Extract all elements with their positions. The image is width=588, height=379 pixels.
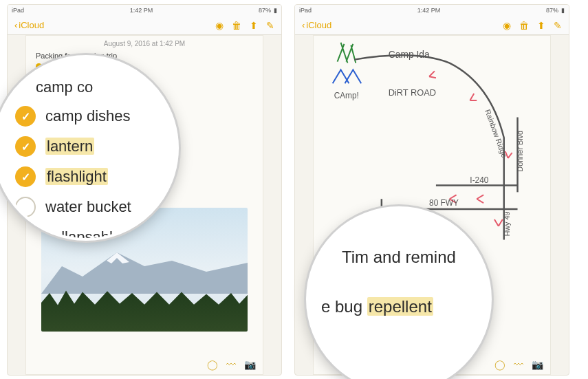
chevron-left-icon: ‹: [302, 20, 305, 30]
battery-icon: ▮: [561, 7, 565, 14]
share-icon[interactable]: ⬆: [537, 20, 545, 31]
back-label: iCloud: [19, 20, 44, 30]
status-time: 1:42 PM: [130, 7, 153, 14]
list-item[interactable]: camp co: [36, 78, 164, 96]
camera-icon[interactable]: 📷: [244, 359, 256, 370]
back-button[interactable]: ‹ iCloud: [302, 20, 331, 30]
map-label: 80 FWY: [429, 198, 459, 208]
magnifier-left: camp co camp dishes lantern flashlight w…: [0, 55, 179, 241]
sketch-icon[interactable]: ◯: [207, 359, 218, 370]
note-toolbar: ◯ 〰 📷: [207, 359, 256, 370]
svg-marker-0: [41, 252, 248, 294]
nav-bar: ‹ iCloud ◉ 🗑 ⬆ ✎: [8, 16, 281, 35]
status-bar: iPad 1:42 PM 87% ▮: [295, 5, 569, 16]
map-label: Donner Blvd: [516, 131, 524, 172]
map-label: Hwy 49: [503, 211, 511, 236]
status-time: 1:42 PM: [417, 7, 441, 14]
sketch-icon[interactable]: ◯: [494, 359, 505, 370]
mountain-shape: [41, 246, 248, 294]
compose-icon[interactable]: ✎: [554, 20, 562, 31]
status-device: iPad: [299, 7, 312, 14]
status-battery: 87%: [546, 7, 558, 14]
magnified-text-line: Tim and remind: [342, 248, 489, 267]
checkbox-checked-icon[interactable]: [15, 106, 36, 127]
people-icon[interactable]: ◉: [215, 20, 224, 31]
back-button[interactable]: ‹ iCloud: [14, 20, 44, 30]
status-device: iPad: [12, 7, 24, 14]
list-item[interactable]: camp dishes: [15, 106, 164, 127]
nav-bar: ‹ iCloud ◉ 🗑 ⬆ ✎: [295, 16, 569, 35]
list-item[interactable]: water bucket: [15, 197, 164, 217]
status-battery: 87%: [259, 7, 271, 14]
battery-icon: ▮: [274, 7, 277, 14]
note-date: August 9, 2016 at 1:42 PM: [26, 40, 263, 47]
checkbox-checked-icon[interactable]: [15, 136, 36, 157]
chevron-left-icon: ‹: [14, 20, 17, 30]
list-item[interactable]: lantern: [15, 136, 164, 157]
camera-icon[interactable]: 📷: [532, 359, 543, 370]
scribble-icon[interactable]: 〰: [226, 359, 236, 370]
note-toolbar: ◯ 〰 📷: [494, 359, 543, 370]
compose-icon[interactable]: ✎: [266, 20, 274, 31]
map-label: DiRT ROAD: [389, 87, 436, 98]
share-icon[interactable]: ⬆: [250, 20, 258, 31]
map-label: I-240: [470, 175, 488, 185]
magnified-text-line: e bug repellent: [321, 297, 489, 316]
list-item[interactable]: flashlight: [15, 166, 164, 187]
people-icon[interactable]: ◉: [503, 20, 511, 31]
trash-icon[interactable]: 🗑: [519, 20, 529, 31]
checkbox-checked-icon[interactable]: [15, 166, 36, 187]
back-label: iCloud: [306, 20, 331, 30]
magnifier-right: Tim and remind e bug repellent: [306, 206, 492, 379]
map-label: Camp Ida: [389, 49, 430, 60]
map-label: CAmp!: [334, 91, 359, 100]
scribble-icon[interactable]: 〰: [514, 359, 523, 370]
magnified-checklist: camp co camp dishes lantern flashlight w…: [0, 58, 176, 241]
status-bar: iPad 1:42 PM 87% ▮: [8, 5, 281, 16]
trash-icon[interactable]: 🗑: [232, 20, 241, 31]
